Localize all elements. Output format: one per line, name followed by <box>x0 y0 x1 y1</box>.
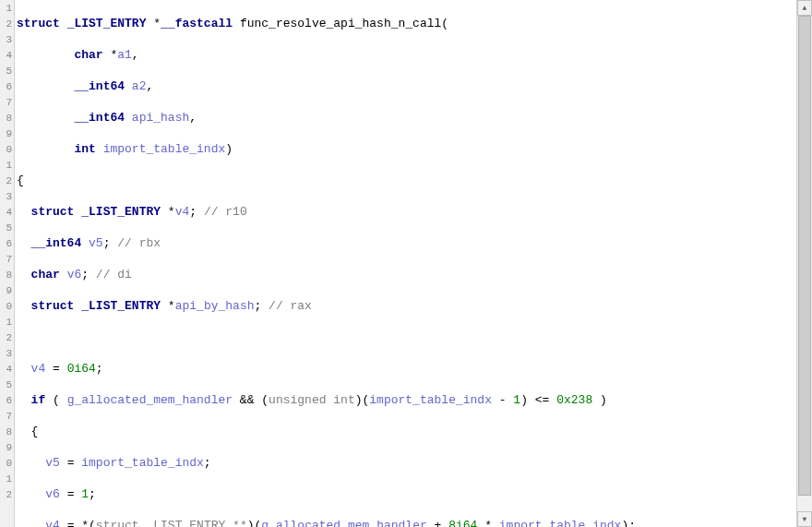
code-line: __int64 api_hash, <box>17 110 796 126</box>
code-line: char *a1, <box>17 47 796 63</box>
code-line: char v6; // di <box>17 267 796 282</box>
code-line: struct _LIST_ENTRY *api_by_hash; // rax <box>17 298 796 314</box>
code-line: v4 = *(struct _LIST_ENTRY **)(g_allocate… <box>17 518 796 527</box>
scroll-down-button[interactable]: ▼ <box>797 511 812 527</box>
code-editor[interactable]: struct _LIST_ENTRY *__fastcall func_reso… <box>15 0 796 527</box>
line-number-gutter: 1 2 3 4 5 6 7 8 9 0 1 2 3 4 5 6 7 8 9 0 … <box>0 0 15 527</box>
code-line: { <box>17 424 796 439</box>
scroll-up-button[interactable]: ▲ <box>797 0 812 16</box>
code-line <box>17 329 796 345</box>
code-line: v4 = 0i64; <box>17 361 796 377</box>
vertical-scrollbar[interactable]: ▲ ▼ <box>796 0 812 527</box>
code-line: struct _LIST_ENTRY *__fastcall func_reso… <box>17 16 796 31</box>
code-line: v5 = import_table_indx; <box>17 455 796 471</box>
code-line: __int64 a2, <box>17 78 796 94</box>
code-line: __int64 v5; // rbx <box>17 235 796 251</box>
chevron-down-icon: ▼ <box>803 515 807 523</box>
code-line: struct _LIST_ENTRY *v4; // r10 <box>17 204 796 220</box>
chevron-up-icon: ▲ <box>803 4 807 12</box>
code-line: { <box>17 173 796 188</box>
code-line: if ( g_allocated_mem_handler && (unsigne… <box>17 392 796 408</box>
code-line: int import_table_indx) <box>17 141 796 157</box>
code-line: v6 = 1; <box>17 486 796 502</box>
scroll-thumb[interactable] <box>798 16 811 496</box>
